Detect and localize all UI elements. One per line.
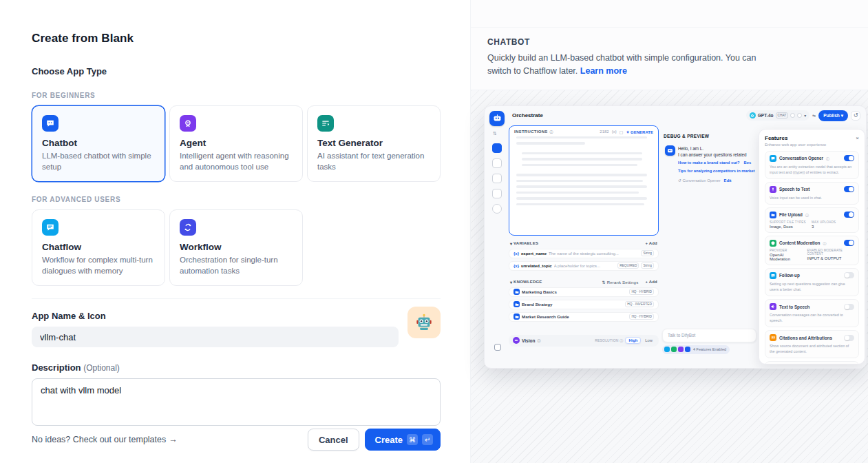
opener-label: Conversation Opener (682, 178, 720, 183)
suggested-question-text: How to make a brand stand out? (678, 160, 740, 166)
features-title: Features (765, 135, 787, 141)
preview-header-controls: GPT-4o CHAT ▾ ⇆ Publish ▾ ↺ (746, 110, 860, 121)
variable-type-badge: String (641, 250, 654, 257)
add-knowledge-button: + Add (645, 280, 657, 284)
dataset-badge: HQ · HYBRID (629, 313, 654, 320)
chat-input: Talk to DifyBot (662, 329, 756, 342)
divider (32, 298, 441, 299)
feature-toggle (844, 212, 854, 218)
choose-app-type-label: Choose App Type (32, 66, 441, 76)
speech-to-text-icon (770, 186, 776, 193)
feature-col-value: 3 (812, 225, 836, 229)
knowledge-section: ▾ KNOWLEDGE ⇅ Rerank Settings + Add Mark… (509, 280, 659, 322)
cancel-button[interactable]: Cancel (308, 429, 359, 451)
preview-heading-block: CHATBOT Quickly build an LLM-based chatb… (471, 28, 868, 90)
feature-toggle (844, 186, 854, 192)
knowledge-label: KNOWLEDGE (514, 280, 542, 284)
feature-desc: You are an entity extraction model that … (770, 164, 854, 175)
app-type-desc: AI assistant for text generation tasks (317, 151, 430, 172)
feature-title: Conversation Opener (779, 156, 823, 161)
variable-desc: A placeholder for topics... (554, 264, 615, 268)
app-type-title: Chatbot (42, 138, 155, 148)
description-label: Description (Optional) (32, 362, 441, 373)
copy-icon: ▢ (620, 130, 624, 134)
dataset-icon (514, 289, 520, 295)
content-moderation-icon (770, 240, 776, 247)
variable-row: {x} unrelated_topic A placeholder for to… (509, 261, 659, 271)
info-icon: ⓘ (805, 213, 809, 217)
feature-card-follow-up: Follow-up Setting up next questions sugg… (765, 268, 859, 296)
suggested-question-text: Tips for analyzing competitors in market (678, 168, 754, 174)
info-icon: ⓘ (537, 338, 540, 342)
greeting-line: I can answer your questions related (678, 152, 754, 158)
model-provider-icon (750, 112, 756, 119)
app-type-card-text-generator[interactable]: Text Generator AI assistant for text gen… (307, 105, 441, 182)
app-type-card-chatflow[interactable]: Chatflow Workflow for complex multi-turn… (32, 209, 165, 286)
app-type-card-agent[interactable]: Agent Intelligent agent with reasoning a… (169, 105, 303, 182)
modal-footer: No ideas? Check out our templates→ Cance… (32, 429, 441, 451)
description-textarea[interactable]: chat with vllm model (32, 378, 441, 426)
templates-link[interactable]: No ideas? Check out our templates→ (32, 435, 178, 444)
app-type-title: Text Generator (317, 138, 430, 148)
variable-icon: {x} (514, 264, 519, 268)
generate-button: ✦ GENERATE (626, 130, 653, 134)
description-label-text: Description (32, 362, 81, 373)
feature-card-content-moderation: Content Moderation ⓘ PROVIDEROpenAI Mode… (765, 236, 859, 265)
generate-label: GENERATE (631, 130, 653, 134)
create-button-label: Create (375, 435, 403, 445)
learn-more-link[interactable]: Learn more (580, 66, 627, 76)
knowledge-row: Brand Strategy HQ · INVERTED (509, 300, 659, 309)
info-icon: ⓘ (826, 156, 829, 161)
feature-card-annotation-reply: Annotation Reply (765, 361, 859, 364)
feature-title: Speech to Text (779, 187, 809, 192)
app-type-card-chatbot[interactable]: Chatbot LLM-based chatbot with simple se… (32, 105, 165, 182)
variable-icon: {x} (612, 130, 617, 134)
feature-col-value: OpenAI Moderation (770, 253, 801, 261)
app-name-input[interactable] (32, 327, 399, 347)
chatbot-preview-screenshot: ⇅ Orchestrate GPT-4o CHAT ▾ (484, 105, 867, 369)
model-extra-icon (790, 113, 795, 118)
dataset-badge: HQ · HYBRID (629, 289, 654, 296)
feature-card-file-upload: File Upload ⓘ SUPPORT FILE TYPESImage, D… (765, 207, 859, 233)
suggested-question: How to make a brand stand out?Bes (678, 160, 754, 166)
feature-desc: Show source document and attributed sect… (770, 343, 854, 354)
app-icon-picker[interactable] (407, 307, 441, 338)
debug-preview-label: DEBUG & PREVIEW (664, 134, 709, 138)
variable-name: expert_name (521, 251, 547, 256)
app-type-desc: Intelligent agent with reasoning and aut… (180, 151, 293, 172)
vision-label: Vision (522, 338, 535, 343)
instructions-label: INSTRUCTIONS (514, 130, 548, 134)
suggested-question-text: Bes (744, 160, 752, 166)
variable-desc: The name of the strategic consulting... (549, 251, 639, 256)
workflow-icon (180, 219, 196, 236)
settings-nav-icon (492, 204, 502, 214)
create-button[interactable]: Create ⌘ ↵ (365, 429, 441, 451)
char-count: 2182 (600, 130, 608, 134)
dataset-icon (514, 313, 520, 320)
variables-label: VARIABLES (514, 241, 538, 245)
app-type-card-workflow[interactable]: Workflow Orchestration for single-turn a… (169, 209, 303, 286)
app-type-desc: Orchestration for single-turn automation… (180, 255, 293, 276)
conversation-opener-icon (770, 155, 776, 162)
model-mode-badge: CHAT (776, 112, 789, 119)
feature-title: Text to Speech (779, 305, 809, 309)
dataset-badge: HQ · INVERTED (625, 301, 654, 308)
preview-heading: CHATBOT (487, 37, 851, 47)
model-extra-icon (797, 113, 802, 118)
suggested-question: Tips for analyzing competitors in market (678, 168, 754, 174)
required-badge: REQUIRED (617, 263, 639, 269)
feature-col-label: SUPPORT FILE TYPES (770, 220, 806, 224)
close-icon: × (856, 135, 859, 141)
features-subtitle: Enhance web app user experience (765, 143, 859, 147)
robot-emoji-icon (415, 313, 433, 331)
feature-col-value: INPUT & OUTPUT (807, 256, 854, 260)
feature-toggle (844, 335, 854, 341)
app-type-title: Chatflow (42, 242, 155, 252)
feature-card-citations: Citations and Attributions Show source d… (765, 330, 859, 358)
variable-row: {x} expert_name The name of the strategi… (509, 249, 659, 258)
follow-up-icon (770, 272, 776, 279)
history-icon: ↺ (851, 111, 860, 121)
feature-card-text-to-speech: Text to Speech Conversation messages can… (765, 299, 859, 327)
instructions-panel: INSTRUCTIONS ⓘ 2182 {x} ▢ ✦ GENERATE (509, 125, 659, 236)
app-name-section: App Name & Icon (32, 311, 441, 347)
